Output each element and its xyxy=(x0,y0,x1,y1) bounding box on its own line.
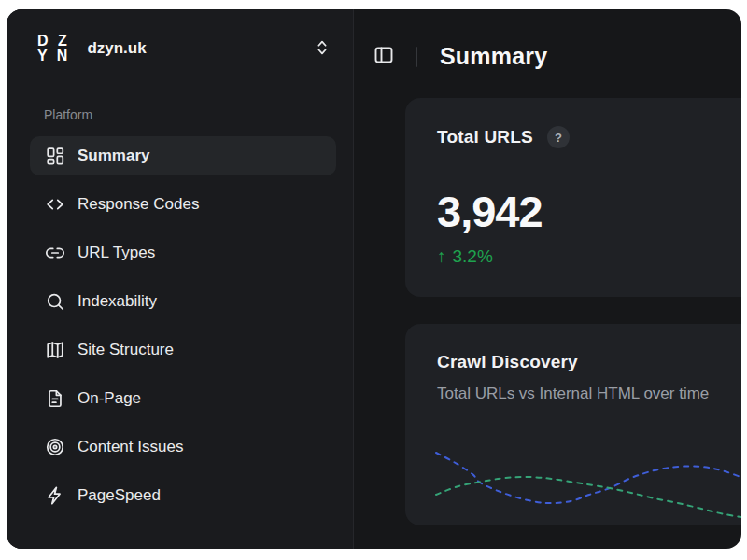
site-name: dzyn.uk xyxy=(87,39,295,58)
crawl-discovery-card: Crawl Discovery Total URLs vs Internal H… xyxy=(405,324,741,525)
sidebar-item-label: Indexability xyxy=(78,292,157,311)
sidebar-item-url-types[interactable]: URL Types xyxy=(30,233,336,273)
app-window: D ZY N dzyn.uk Platform Summary Respon xyxy=(7,9,741,549)
sidebar-item-label: PageSpeed xyxy=(78,486,161,505)
sidebar-toggle-button[interactable] xyxy=(373,44,395,69)
project-switcher[interactable]: D ZY N dzyn.uk xyxy=(30,34,336,64)
sidebar-item-summary[interactable]: Summary xyxy=(30,136,336,175)
sidebar-item-response-codes[interactable]: Response Codes xyxy=(30,185,336,224)
total-urls-value: 3,942 xyxy=(437,186,741,237)
target-icon xyxy=(45,437,65,457)
crawl-discovery-title: Crawl Discovery xyxy=(437,352,741,372)
project-switcher-button[interactable] xyxy=(312,37,332,61)
link-icon xyxy=(45,243,65,263)
sidebar-item-content-issues[interactable]: Content Issues xyxy=(30,427,336,467)
sidebar-item-site-structure[interactable]: Site Structure xyxy=(30,330,336,370)
search-icon xyxy=(45,291,65,312)
crawl-discovery-chart xyxy=(430,439,741,525)
crawl-discovery-chart-area xyxy=(430,439,741,525)
sidebar-section-label: Platform xyxy=(44,107,336,122)
sidebar-item-indexability[interactable]: Indexability xyxy=(30,282,336,321)
crawl-discovery-subtitle: Total URLs vs Internal HTML over time xyxy=(437,385,741,403)
main-content: Total URLS ? 3,942 ↑ 3.2% Crawl Discover… xyxy=(405,98,741,525)
code-icon xyxy=(45,194,65,215)
sidebar-nav: Summary Response Codes URL Types Indexab… xyxy=(30,136,336,515)
logo-line-1: D Z xyxy=(37,33,70,49)
chart-line-total-urls xyxy=(436,453,741,503)
main-header: Summary xyxy=(354,9,741,70)
lightning-icon xyxy=(45,485,65,506)
document-icon xyxy=(45,388,65,409)
sidebar-item-on-page[interactable]: On-Page xyxy=(30,379,336,418)
main-area: Summary Total URLS ? 3,942 ↑ 3.2% Crawl … xyxy=(354,9,741,549)
map-icon xyxy=(45,340,65,360)
total-urls-delta: ↑ 3.2% xyxy=(437,246,741,267)
sidebar-item-label: Summary xyxy=(78,147,149,165)
total-urls-delta-value: 3.2% xyxy=(453,246,493,267)
sidebar-item-label: URL Types xyxy=(78,244,155,262)
logo-line-2: Y N xyxy=(37,48,70,63)
dashboard-grid-icon xyxy=(45,146,65,166)
panel-left-icon xyxy=(373,44,395,69)
total-urls-card: Total URLS ? 3,942 ↑ 3.2% xyxy=(405,98,741,297)
sidebar-item-label: On-Page xyxy=(78,389,141,408)
arrow-up-icon: ↑ xyxy=(437,246,446,267)
sidebar-item-label: Response Codes xyxy=(78,195,199,214)
sidebar-item-label: Site Structure xyxy=(78,341,174,359)
sidebar: D ZY N dzyn.uk Platform Summary Respon xyxy=(7,9,354,549)
header-divider xyxy=(416,47,417,67)
chevrons-up-down-icon xyxy=(312,37,332,61)
sidebar-item-pagespeed[interactable]: PageSpeed xyxy=(30,476,336,515)
total-urls-card-title: Total URLS xyxy=(437,127,533,147)
page-title: Summary xyxy=(440,43,547,70)
sidebar-item-label: Content Issues xyxy=(78,438,183,456)
dzyn-logo: D ZY N xyxy=(37,34,70,64)
help-icon[interactable]: ? xyxy=(547,126,570,148)
